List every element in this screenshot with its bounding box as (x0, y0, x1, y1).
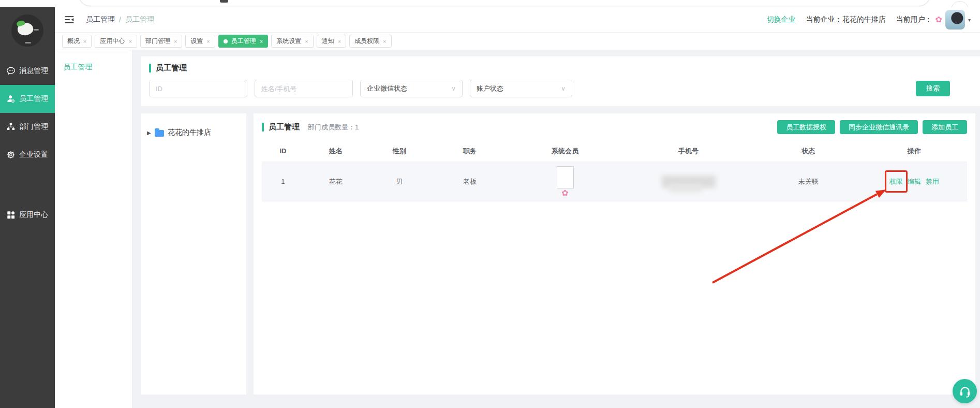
sidebar-item-label: 员工管理 (19, 94, 48, 104)
sidebar-item-label: 企业设置 (19, 150, 48, 159)
secondary-sidebar: 员工管理 (55, 50, 132, 408)
table-section-header: 员工管理 部门成员数量：1 员工数据授权 同步企业微信通讯录 添加员工 (262, 120, 967, 134)
cell-actions: 权限 编辑 禁用 (861, 177, 967, 186)
main-sidebar: 消息管理 员工管理 部门管理 企业设置 (0, 7, 55, 408)
gear-icon (6, 150, 16, 159)
employee-table: ID 姓名 性别 职务 系统会员 手机号 状态 操作 1 花花 男 老板 (262, 140, 967, 201)
browser-ui-fragment (220, 0, 228, 3)
sidebar-collapse-icon[interactable] (64, 14, 75, 25)
search-button[interactable]: 搜索 (916, 81, 950, 96)
user-avatar[interactable] (945, 10, 965, 30)
cell-system-member: ✿ (509, 166, 621, 197)
title-accent-bar (262, 123, 264, 132)
col-header-status: 状态 (755, 147, 861, 156)
browser-address-bar-fragment (79, 0, 930, 6)
user-icon (6, 94, 16, 104)
tab-settings[interactable]: 设置× (185, 35, 215, 48)
close-icon[interactable]: × (128, 38, 131, 45)
flower-icon: ✿ (561, 189, 568, 197)
app-window: 消息管理 员工管理 部门管理 企业设置 (0, 0, 980, 408)
customer-service-button[interactable] (953, 379, 977, 403)
col-header-title: 职务 (431, 147, 509, 156)
tab-member-permissions[interactable]: 成员权限× (349, 35, 391, 48)
tab-app-center[interactable]: 应用中心× (95, 35, 137, 48)
tab-overview[interactable]: 概况× (62, 35, 92, 48)
close-icon[interactable]: × (338, 38, 341, 45)
title-accent-bar (149, 64, 151, 72)
company-logo (11, 14, 43, 47)
lower-section: ▶ 花花的牛排店 员工管理 部门成员数量：1 员工数据授权 同步企业微信通讯录 … (141, 113, 980, 395)
app-header: 员工管理 / 员工管理 切换企业 当前企业：花花的牛排店 当前用户： ✿ ▾ (55, 7, 980, 33)
breadcrumb-separator: / (119, 16, 121, 24)
sidebar-item-label: 消息管理 (19, 66, 48, 76)
browser-strip (0, 0, 980, 7)
permissions-link[interactable]: 权限 (889, 177, 903, 186)
col-header-system-member: 系统会员 (509, 147, 621, 156)
wechat-status-select[interactable]: 企业微信状态 ∨ (360, 80, 463, 97)
employee-data-auth-button[interactable]: 员工数据授权 (777, 120, 835, 134)
chat-bubble-icon (6, 66, 16, 76)
breadcrumb: 员工管理 / 员工管理 (86, 15, 154, 24)
col-header-name: 姓名 (304, 147, 368, 156)
close-icon[interactable]: × (83, 38, 86, 45)
add-employee-button[interactable]: 添加员工 (923, 120, 967, 134)
account-status-select[interactable]: 账户状态 ∨ (470, 80, 572, 97)
header-right: 切换企业 当前企业：花花的牛排店 当前用户： ✿ ▾ (767, 10, 971, 30)
col-header-id: ID (262, 147, 304, 155)
tree-expand-caret[interactable]: ▶ (147, 130, 151, 136)
tree-node-label: 花花的牛排店 (168, 128, 211, 137)
filter-card-title: 员工管理 (149, 63, 972, 73)
chevron-down-icon: ∨ (451, 85, 456, 92)
sidebar-item-message-management[interactable]: 消息管理 (0, 57, 55, 85)
sidebar-item-employee-management[interactable]: 员工管理 (0, 85, 55, 113)
close-icon[interactable]: × (305, 38, 308, 45)
current-user: 当前用户： ✿ ▾ (896, 10, 971, 30)
tab-notifications[interactable]: 通知× (317, 35, 346, 48)
col-header-gender: 性别 (367, 147, 431, 156)
breadcrumb-current: 员工管理 (125, 15, 154, 24)
open-tabs-bar: 概况× 应用中心× 部门管理× 设置× 员工管理× 系统设置× 通知× 成员权限… (55, 33, 980, 50)
table-header-row: ID 姓名 性别 职务 系统会员 手机号 状态 操作 (262, 140, 967, 162)
sidebar-item-department-management[interactable]: 部门管理 (0, 113, 55, 141)
sidebar-item-label: 部门管理 (19, 122, 48, 132)
table-action-buttons: 员工数据授权 同步企业微信通讯录 添加员工 (777, 120, 967, 134)
col-header-actions: 操作 (861, 147, 967, 156)
close-icon[interactable]: × (174, 38, 177, 45)
cell-gender: 男 (367, 177, 431, 186)
logo-detail (25, 42, 31, 43)
sync-wechat-contacts-button[interactable]: 同步企业微信通讯录 (840, 120, 918, 134)
chevron-down-icon[interactable]: ▾ (968, 17, 971, 23)
breadcrumb-parent[interactable]: 员工管理 (86, 15, 115, 24)
close-icon[interactable]: × (206, 38, 210, 45)
id-input[interactable] (149, 80, 247, 97)
switch-company-link[interactable]: 切换企业 (767, 15, 796, 24)
tab-system-settings[interactable]: 系统设置× (271, 35, 313, 48)
sidebar-menu: 消息管理 员工管理 部门管理 企业设置 (0, 57, 55, 229)
tree-node-root[interactable]: ▶ 花花的牛排店 (147, 128, 240, 137)
sidebar-item-enterprise-settings[interactable]: 企业设置 (0, 141, 55, 169)
main-content: 员工管理 企业微信状态 ∨ 账户状态 ∨ 搜索 ▶ (132, 50, 980, 408)
filter-card: 员工管理 企业微信状态 ∨ 账户状态 ∨ 搜索 (141, 56, 980, 106)
app-grid-icon (6, 210, 16, 220)
member-avatar-thumbnail[interactable] (557, 166, 574, 188)
cell-id: 1 (262, 178, 304, 185)
filter-row: 企业微信状态 ∨ 账户状态 ∨ 搜索 (149, 80, 972, 97)
secondary-sidebar-item-employee-management[interactable]: 员工管理 (63, 63, 132, 72)
name-phone-input[interactable] (255, 80, 353, 97)
sidebar-item-app-center[interactable]: 应用中心 (0, 201, 55, 229)
edit-link[interactable]: 编辑 (908, 177, 921, 186)
tab-department-management[interactable]: 部门管理× (140, 35, 182, 48)
current-user-label: 当前用户： (896, 15, 932, 24)
cell-name: 花花 (304, 177, 368, 186)
cell-status: 未关联 (755, 177, 861, 186)
disable-link[interactable]: 禁用 (926, 177, 939, 186)
org-chart-icon (6, 122, 16, 132)
sidebar-item-label: 应用中心 (19, 210, 48, 220)
close-icon[interactable]: × (383, 38, 386, 45)
flower-icon: ✿ (936, 16, 942, 24)
tab-employee-management[interactable]: 员工管理× (218, 35, 268, 48)
table-section-title: 员工管理 (269, 122, 300, 132)
table-row: 1 花花 男 老板 ✿ 未关联 (262, 162, 967, 201)
close-icon[interactable]: × (260, 38, 263, 45)
cell-phone-censored (621, 171, 755, 192)
